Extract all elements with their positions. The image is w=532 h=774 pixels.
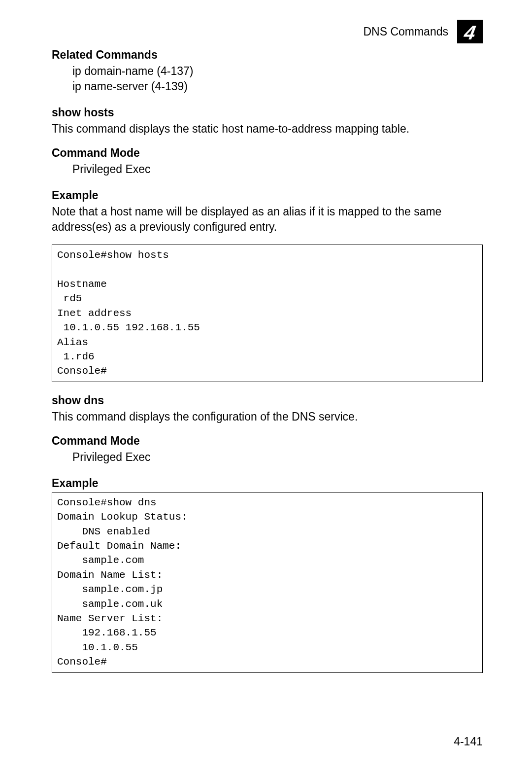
show-hosts-section: show hosts This command displays the sta… (52, 106, 483, 382)
chapter-box: 4 (457, 20, 483, 43)
related-command-item: ip domain-name (4-137) (72, 64, 483, 79)
example-note: Note that a host name will be displayed … (52, 204, 483, 235)
example-heading: Example (52, 477, 483, 490)
command-mode-value-block: Privileged Exec (72, 450, 483, 465)
command-mode-value-block: Privileged Exec (72, 162, 483, 177)
show-dns-heading: show dns (52, 394, 483, 407)
show-hosts-description: This command displays the static host na… (52, 121, 483, 137)
show-hosts-code: Console#show hosts Hostname rd5 Inet add… (52, 245, 483, 382)
show-dns-section: show dns This command displays the confi… (52, 394, 483, 673)
show-hosts-heading: show hosts (52, 106, 483, 119)
related-command-item: ip name-server (4-139) (72, 79, 483, 94)
command-mode-heading: Command Mode (52, 146, 483, 160)
example-heading: Example (52, 189, 483, 202)
command-mode-value: Privileged Exec (72, 162, 483, 177)
page-header: DNS Commands 4 (363, 20, 483, 43)
command-mode-heading: Command Mode (52, 434, 483, 448)
chapter-number: 4 (463, 23, 477, 42)
header-title: DNS Commands (363, 25, 448, 38)
main-content: Related Commands ip domain-name (4-137) … (52, 48, 483, 685)
related-commands-list: ip domain-name (4-137) ip name-server (4… (72, 64, 483, 94)
show-dns-code: Console#show dns Domain Lookup Status: D… (52, 492, 483, 673)
related-commands-heading: Related Commands (52, 48, 483, 62)
command-mode-value: Privileged Exec (72, 450, 483, 465)
show-dns-description: This command displays the configuration … (52, 409, 483, 424)
page-number: 4-141 (454, 735, 483, 748)
